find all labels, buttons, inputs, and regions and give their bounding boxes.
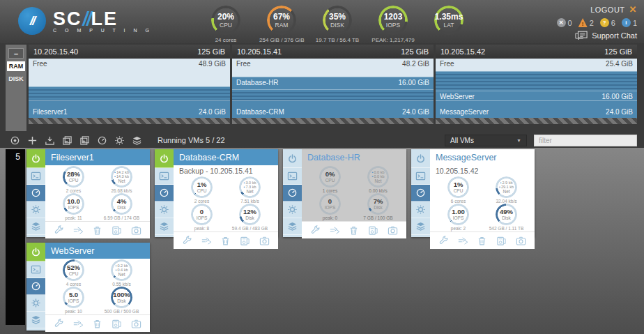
migrate-icon[interactable] (458, 236, 468, 246)
power-button[interactable] (283, 149, 302, 168)
brand-subtitle: C O M P U T I N G (53, 28, 153, 33)
snapshot-icon[interactable] (388, 225, 398, 236)
node-segment-other (436, 71, 637, 91)
trash-icon[interactable] (477, 236, 487, 246)
migrate-icon[interactable] (201, 236, 212, 246)
performance-tab[interactable] (26, 185, 45, 202)
gear-icon[interactable] (114, 135, 125, 146)
node-total-ram: 125 GiB (197, 47, 225, 56)
vm-title: WebServer (45, 243, 150, 259)
vm-card-messageserver[interactable]: MessageServer10.205.15.421%CPU6 cores•2.… (411, 149, 535, 237)
vm-count-badge: 5 (6, 149, 25, 325)
gear-tab[interactable] (283, 202, 302, 218)
ram-view-toggle[interactable]: RAM (7, 61, 25, 71)
trash-icon[interactable] (92, 225, 102, 236)
import-icon[interactable] (45, 135, 55, 146)
console-tab[interactable] (26, 261, 45, 278)
snapshot-icon[interactable] (516, 236, 526, 246)
media-icon[interactable] (496, 236, 507, 246)
vm-filter-value: All VMs (450, 137, 474, 144)
snapshot-icon[interactable] (131, 225, 141, 236)
collapse-nodes-button[interactable]: – (8, 48, 24, 59)
info-circle-badge[interactable]: i1 (622, 18, 637, 27)
migrate-icon[interactable] (73, 225, 84, 236)
snapshot-icon[interactable] (259, 236, 270, 246)
layers-icon[interactable] (132, 135, 142, 146)
migrate-icon[interactable] (73, 319, 84, 329)
gauge-icon[interactable] (97, 135, 107, 146)
wrench-icon[interactable] (54, 225, 64, 236)
trash-icon[interactable] (348, 225, 359, 236)
gear-tab[interactable] (155, 202, 174, 218)
node-panel[interactable]: 10.205.15.40125 GiBFree48.9 GiBFileserve… (29, 45, 230, 131)
gear-tab[interactable] (411, 202, 430, 218)
vm-card-sidebar (155, 149, 174, 237)
node-capacity-hatch (29, 118, 230, 124)
target-icon[interactable] (10, 135, 20, 146)
logo-slashes-icon: // (18, 7, 46, 35)
layers-tab[interactable] (155, 218, 174, 235)
wrench-icon[interactable] (182, 236, 192, 246)
error-circle-badge[interactable]: ✕0 (557, 18, 572, 27)
warning-triangle-badge[interactable]: !2 (578, 18, 594, 27)
layers-tab[interactable] (26, 312, 45, 328)
filter-input[interactable] (534, 135, 637, 146)
wrench-icon[interactable] (438, 236, 449, 246)
vm-gauge-net: •0.2 kb•0.4 kbNet0.55 kb/s (98, 259, 146, 287)
performance-tab[interactable] (26, 278, 45, 295)
vm-filter-dropdown[interactable]: All VMs ▼ (445, 135, 527, 146)
logout-button[interactable]: LOGOUT ✕ (557, 4, 638, 15)
trash-icon[interactable] (220, 236, 231, 246)
node-total-ram: 125 GiB (401, 47, 429, 56)
wrench-icon[interactable] (54, 319, 64, 329)
gear-tab[interactable] (26, 202, 45, 218)
vm-gauge-iops: 0IOPSpeak: 8 (178, 204, 226, 231)
vm-card-webserver[interactable]: WebServer52%CPU4 cores•0.2 kb•0.4 kbNet0… (26, 243, 150, 331)
migrate-icon[interactable] (330, 225, 340, 236)
vm-card-database-crm[interactable]: Database-CRMBackup - 10.205.15.411%CPU2 … (155, 149, 278, 237)
node-segment-free: Free48.2 GiB (232, 59, 434, 77)
console-tab[interactable] (283, 168, 302, 185)
power-button[interactable] (411, 149, 430, 168)
gear-tab[interactable] (26, 295, 45, 312)
vm-gauge-net: •0.0 kb•0.0 kbNet0.00 kb/s (354, 166, 402, 193)
media-icon[interactable] (240, 236, 250, 246)
power-button[interactable] (26, 243, 45, 261)
layers-tab[interactable] (26, 218, 45, 235)
support-chat-button[interactable]: Support Chat (575, 31, 637, 40)
question-circle-badge[interactable]: ?6 (600, 18, 615, 27)
node-segment-vm: MessageServer24.0 GiB (436, 100, 637, 118)
vm-gauge-disk: 12%Disk59.4 GB / 483 GB (226, 204, 274, 231)
vm-gauge-disk: 7%Disk7 GB / 100 GB (354, 193, 402, 220)
media-icon[interactable] (368, 225, 378, 236)
node-panel[interactable]: 10.205.15.41125 GiBFree48.2 GiBDatabase-… (232, 45, 434, 131)
vm-card-database-hr[interactable]: Database-HR0%CPU1 cores•0.0 kb•0.0 kbNet… (283, 149, 406, 237)
disk-view-toggle[interactable]: DISK (7, 74, 25, 84)
media-icon[interactable] (112, 319, 122, 329)
vm-title: MessageServer (430, 149, 535, 165)
vm-card-fileserver1[interactable]: Fileserver128%CPU2 cores•14.2 kb•14.3 kb… (26, 149, 150, 237)
vm-gauge-cpu: 0%CPU1 cores (306, 166, 354, 193)
layers-tab[interactable] (411, 218, 430, 235)
performance-tab[interactable] (155, 185, 174, 202)
console-tab[interactable] (155, 168, 174, 185)
snapshot-icon[interactable] (131, 319, 141, 329)
trash-icon[interactable] (92, 319, 102, 329)
console-tab[interactable] (26, 168, 45, 185)
expand-cards-icon[interactable] (79, 135, 90, 146)
vm-gauge-cpu: 52%CPU4 cores (49, 259, 98, 287)
console-tab[interactable] (411, 168, 430, 185)
chevron-down-icon: ▼ (516, 138, 521, 143)
layers-tab[interactable] (283, 218, 302, 235)
plus-icon[interactable] (27, 135, 38, 146)
power-button[interactable] (26, 149, 45, 168)
media-icon[interactable] (112, 225, 122, 236)
wrench-icon[interactable] (310, 225, 321, 236)
cluster-gauge-cpu: 20%CPU24 cores (204, 6, 248, 43)
node-segment-vm: Fileserver124.0 GiB (29, 100, 230, 118)
collapse-cards-icon[interactable] (62, 135, 72, 146)
node-panel[interactable]: 10.205.15.42125 GiBFree25.4 GiBWebServer… (436, 45, 637, 131)
performance-tab[interactable] (283, 185, 302, 202)
power-button[interactable] (155, 149, 174, 168)
performance-tab[interactable] (411, 185, 430, 202)
